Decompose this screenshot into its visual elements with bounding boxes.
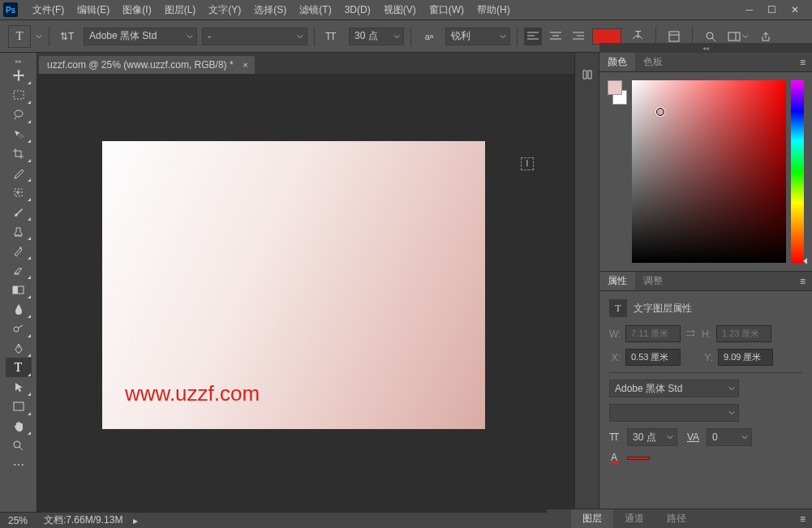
gradient-tool[interactable] [6, 280, 32, 299]
menu-type[interactable]: 文字(Y) [202, 0, 247, 20]
path-select-tool[interactable] [6, 377, 32, 397]
zoom-tool[interactable] [6, 436, 32, 455]
pen-tool[interactable] [6, 338, 32, 358]
tab-paths[interactable]: 路径 [655, 509, 698, 528]
document-tab-label: uzzf.com @ 25% (www.uzzf.com, RGB/8) * [47, 59, 234, 71]
history-brush-tool[interactable] [6, 241, 32, 260]
blur-tool[interactable] [6, 299, 32, 319]
minimize-button[interactable]: ─ [745, 4, 753, 15]
canvas-text-layer[interactable]: www.uzzf.com [125, 381, 260, 406]
svg-rect-7 [14, 91, 24, 99]
tab-color[interactable]: 颜色 [599, 53, 635, 71]
antialias-icon: aa [418, 25, 440, 48]
antialias-dropdown[interactable]: 锐利 [445, 28, 510, 45]
font-size-dropdown[interactable]: 30 点 [349, 28, 404, 45]
saturation-picker[interactable] [632, 80, 786, 263]
marquee-tool[interactable] [6, 85, 32, 105]
height-input: 1.23 厘米 [716, 325, 771, 342]
tool-preset-icon[interactable]: T [8, 25, 31, 48]
chevron-down-icon[interactable] [36, 33, 42, 40]
edit-toolbar[interactable]: ⋯ [6, 455, 32, 474]
document-tab[interactable]: uzzf.com @ 25% (www.uzzf.com, RGB/8) * × [39, 56, 255, 74]
dodge-tool[interactable] [6, 319, 32, 338]
align-center-button[interactable] [547, 28, 565, 45]
props-title-label: 文字图层属性 [634, 302, 692, 316]
menu-edit[interactable]: 编辑(E) [71, 0, 116, 20]
svg-text:T: T [635, 31, 642, 41]
svg-rect-4 [669, 32, 679, 41]
x-input[interactable]: 0.53 厘米 [625, 349, 681, 366]
align-right-button[interactable] [569, 28, 587, 45]
close-button[interactable]: ✕ [791, 4, 799, 15]
saturation-marker [656, 108, 664, 116]
svg-rect-20 [611, 461, 619, 463]
font-style-dropdown[interactable]: - [202, 28, 307, 45]
props-text-color-swatch[interactable] [627, 457, 650, 460]
tab-swatches[interactable]: 色板 [635, 53, 671, 71]
svg-point-8 [15, 110, 23, 117]
props-font-family-dropdown[interactable]: Adobe 黑体 Std [609, 380, 739, 397]
svg-point-5 [707, 32, 713, 39]
width-input: 7.11 厘米 [625, 325, 681, 342]
text-color-swatch[interactable] [592, 28, 621, 45]
props-tracking-dropdown[interactable]: 0 [707, 428, 752, 446]
hue-slider[interactable] [791, 80, 804, 263]
font-size-value: 30 点 [354, 29, 378, 43]
hue-slider-thumb[interactable] [803, 258, 807, 264]
tab-layers[interactable]: 图层 [571, 509, 613, 528]
menu-3d[interactable]: 3D(D) [338, 0, 377, 20]
maximize-button[interactable]: ☐ [767, 4, 776, 15]
font-family-value: Adobe 黑体 Std [89, 29, 157, 43]
tab-channels[interactable]: 通道 [613, 509, 655, 528]
panel-menu-icon[interactable]: ≡ [793, 276, 812, 287]
menu-help[interactable]: 帮助(H) [470, 0, 517, 20]
zoom-level[interactable]: 25% [8, 515, 28, 526]
foreground-color-swatch[interactable] [608, 80, 622, 95]
align-left-button[interactable] [524, 28, 542, 45]
canvas[interactable]: www.uzzf.com I [102, 141, 485, 429]
doc-info[interactable]: 文档:7.66M/9.13M ▸ [44, 513, 138, 527]
font-size-icon: TT [609, 432, 622, 442]
type-tool[interactable]: T [6, 358, 32, 377]
brush-tool[interactable] [6, 202, 32, 221]
svg-text:T: T [330, 31, 337, 42]
text-cursor-icon: I [521, 157, 534, 170]
tab-properties[interactable]: 属性 [599, 272, 635, 290]
panel-strip-icon[interactable] [578, 66, 596, 84]
stamp-tool[interactable] [6, 221, 32, 241]
y-input[interactable]: 9.09 厘米 [718, 349, 773, 366]
lasso-tool[interactable] [6, 105, 32, 124]
hand-tool[interactable] [6, 416, 32, 436]
font-family-dropdown[interactable]: Adobe 黑体 Std [84, 28, 197, 45]
link-wh-icon[interactable]: ⮆ [685, 328, 695, 340]
props-font-style-dropdown[interactable] [609, 404, 739, 422]
menu-view[interactable]: 视图(V) [377, 0, 423, 20]
menu-select[interactable]: 选择(S) [247, 0, 293, 20]
healing-tool[interactable] [6, 182, 32, 202]
rectangle-tool[interactable] [6, 397, 32, 416]
app-logo: Ps [3, 2, 18, 17]
props-font-size-dropdown[interactable]: 30 点 [627, 428, 677, 446]
menu-filter[interactable]: 滤镜(T) [293, 0, 337, 20]
panel-menu-icon[interactable]: ≡ [793, 513, 812, 525]
quick-select-tool[interactable] [6, 124, 32, 144]
tracking-icon: VA [687, 432, 702, 442]
svg-rect-14 [14, 402, 24, 410]
menu-file[interactable]: 文件(F) [26, 0, 71, 20]
eyedropper-tool[interactable] [6, 163, 32, 182]
eraser-tool[interactable] [6, 260, 32, 280]
crop-tool[interactable] [6, 144, 32, 163]
menu-image[interactable]: 图像(I) [116, 0, 157, 20]
close-tab-icon[interactable]: × [243, 60, 247, 70]
height-label: H: [700, 328, 711, 340]
tab-adjustments[interactable]: 调整 [635, 272, 671, 290]
antialias-value: 锐利 [451, 29, 470, 43]
text-orientation-icon[interactable]: ⇅T [56, 25, 79, 48]
menu-window[interactable]: 窗口(W) [423, 0, 470, 20]
panel-collapse-icon[interactable]: ◂◂ [599, 43, 812, 53]
tools-collapse-icon[interactable]: ▸▸ [0, 56, 37, 66]
panel-menu-icon[interactable]: ≡ [793, 57, 812, 68]
svg-rect-12 [13, 286, 18, 294]
menu-layer[interactable]: 图层(L) [158, 0, 203, 20]
move-tool[interactable] [6, 66, 32, 85]
